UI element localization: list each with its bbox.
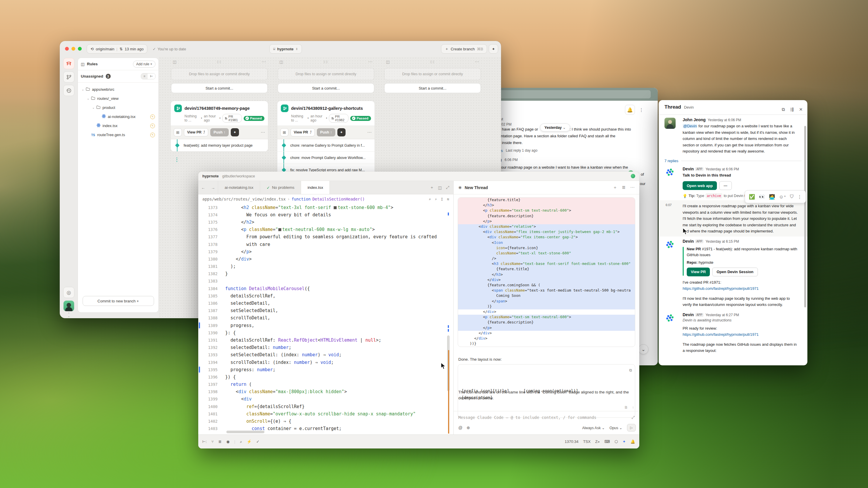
pr-badge[interactable]: PR #1982	[329, 114, 348, 123]
avatar[interactable]	[664, 239, 676, 250]
sender-name[interactable]: Devin	[683, 167, 694, 171]
vim-mode-indicator[interactable]: Z»	[595, 440, 600, 444]
notification-bell-icon[interactable]: 🔔	[630, 440, 635, 444]
terminal-icon[interactable]: ⌨	[604, 440, 610, 444]
tree-item[interactable]: ⌄product	[78, 103, 158, 112]
cursor-icon[interactable]: I	[441, 197, 443, 201]
view-pr-button[interactable]: View PR ⤴	[290, 128, 315, 136]
drop-zone[interactable]: Drop files to assign or commit directly	[171, 68, 268, 80]
kebab-icon[interactable]: ⋮	[639, 107, 644, 113]
lane-menu-icon[interactable]: ⋯	[368, 59, 372, 64]
list-view-icon[interactable]: ≡	[141, 73, 148, 79]
eyes-reaction-icon[interactable]: 👀	[759, 194, 765, 200]
open-web-app-button[interactable]: Open web app	[683, 181, 717, 190]
scroll-up-icon[interactable]: ↑	[632, 405, 634, 410]
session-indicator-icon[interactable]	[631, 174, 635, 178]
ai-commit-icon[interactable]: ✦	[231, 128, 239, 136]
code-line[interactable]: 1400 ref={detailsScrollRef}	[198, 403, 453, 410]
lane-menu-icon[interactable]: ⋯	[261, 59, 266, 64]
breadcrumb[interactable]: apps/web/src/routes/_view/index.tsx› fun…	[198, 194, 453, 204]
diagnostics-check-icon[interactable]: ✓	[256, 440, 259, 444]
bell-icon[interactable]: 🔔	[625, 105, 635, 115]
search-icon[interactable]: ⌕	[240, 440, 242, 444]
tree-view-icon[interactable]: ⊢	[148, 73, 155, 79]
pr-link[interactable]: https://github.com/fastrepl/hyprnote/pul…	[683, 331, 758, 338]
thread-scrollbar[interactable]	[804, 126, 806, 307]
assign-icon[interactable]: ⊞	[280, 128, 288, 136]
lane-collapse-icon[interactable]: ◫	[279, 60, 283, 64]
code-line[interactable]: 1398 <div className="max-[800px]:block h…	[198, 388, 453, 395]
code-line[interactable]: 1390}: {	[198, 329, 453, 336]
commit-row[interactable]: feat(web): add memory layer product page	[171, 139, 268, 151]
new-tab-icon[interactable]: ＋	[430, 185, 434, 190]
code-line[interactable]: 1376 <p className="text-neutral-600 max-…	[198, 226, 453, 233]
wrap-icon[interactable]: ≋	[447, 197, 449, 201]
zoom-button[interactable]	[78, 47, 82, 51]
code-line[interactable]: 1399 <div	[198, 395, 453, 403]
mail-icon[interactable]: ✉	[63, 318, 74, 318]
more-actions-icon[interactable]: ⋮	[797, 194, 802, 200]
ai-actions-button[interactable]: ✦	[489, 44, 498, 54]
code-line[interactable]: 1381 );	[198, 263, 453, 270]
code-line[interactable]: 1389 progress,	[198, 322, 453, 329]
editor-titlebar[interactable]: hyprnote gitbutler/workspace	[198, 171, 639, 181]
message-timestamp[interactable]: Yesterday at 6:06 PM	[708, 118, 741, 122]
thread-message[interactable]: 6:07I'll create a responsive roadmap pag…	[659, 200, 807, 236]
mention-icon[interactable]: @	[458, 425, 462, 430]
code-line[interactable]: 1386 selectedDetail,	[198, 299, 453, 307]
expand-input-icon[interactable]: ⤢	[632, 415, 634, 420]
code-line[interactable]: 1375 </h2>	[198, 218, 453, 226]
assign-icon[interactable]: ⊞	[174, 128, 182, 136]
code-line[interactable]: 1391 detailsScrollRef: React.RefObject<H…	[198, 336, 453, 344]
avatar[interactable]	[664, 118, 676, 129]
minimize-button[interactable]	[71, 47, 75, 51]
thread-list-icon[interactable]: ≣	[622, 185, 625, 190]
tree-item[interactable]: TSrouteTree.gen.ts✎	[78, 130, 158, 139]
outline-icon[interactable]: ≣	[218, 440, 222, 444]
card-menu-icon[interactable]: ⋯	[260, 130, 265, 135]
actions-icon[interactable]: ⚡	[435, 197, 437, 201]
view-pr-button[interactable]: View PR ⤴	[184, 128, 208, 136]
message-timestamp[interactable]: Yesterday at 6:15 PM	[706, 239, 739, 243]
context-icon[interactable]: ⊕	[466, 425, 470, 430]
sender-name[interactable]: Devin	[683, 312, 694, 317]
code-line[interactable]: 1392 selectedDetail: number;	[198, 344, 453, 351]
drop-zone[interactable]: Drop files to assign or commit directly	[384, 68, 481, 80]
markdown-icon[interactable]: 🗎	[624, 405, 628, 410]
diff-block[interactable]: {feature.title} </h3> <p className="text…	[458, 197, 635, 347]
more-icon[interactable]: ⋯	[630, 185, 634, 190]
commit-to-new-branch-button[interactable]: Commit to new branch +	[83, 296, 154, 306]
message-input[interactable]: Message Claude Code — @ to include conte…	[458, 415, 627, 420]
debug-icon[interactable]: ⬡	[615, 440, 618, 444]
mention-link[interactable]: @Devin	[683, 124, 697, 128]
ci-status-badge[interactable]: ✔Passed	[244, 116, 265, 121]
lane-drag-handle[interactable]: ⣿⣿	[430, 60, 435, 63]
permission-mode-select[interactable]: Always Ask ⌄	[582, 426, 605, 430]
target-branch-button[interactable]: ⟲ origin/main | ⇅ 13 min ago	[87, 44, 147, 54]
check-reaction-icon[interactable]: ✅	[749, 194, 755, 200]
code-line[interactable]: 1382}	[198, 270, 453, 278]
add-reaction-icon[interactable]: ☺⁺	[779, 194, 786, 200]
view-pr-button[interactable]: View PR	[687, 267, 710, 276]
commit-row[interactable]: chore: move Prompt Gallery above Workflo…	[277, 151, 375, 164]
code-line[interactable]: 1387 setSelectedDetail,	[198, 307, 453, 315]
technologist-reaction-icon[interactable]: 🧑‍💻	[769, 194, 775, 200]
ci-status-badge[interactable]: ✔Passed	[350, 116, 371, 121]
message-hover-toolbar[interactable]: ✅ 👀 🧑‍💻 ☺⁺ ⛉ ⋮	[745, 190, 806, 203]
lane-drag-handle[interactable]: ⣿⣿	[217, 60, 222, 63]
close-icon[interactable]: ✕	[799, 107, 803, 112]
code-line[interactable]: 1396}) {	[198, 373, 453, 381]
lane-menu-icon[interactable]: ⋯	[475, 59, 479, 64]
filter-icon[interactable]: ⇶	[790, 107, 794, 112]
new-thread-icon[interactable]: ＋	[613, 185, 617, 190]
user-avatar[interactable]	[63, 300, 74, 312]
lane-collapse-icon[interactable]: ◫	[386, 60, 390, 64]
pr-link[interactable]: https://github.com/fastrepl/hyprnote/pul…	[683, 285, 758, 292]
create-branch-button[interactable]: ＋Create branch ⌘B	[441, 44, 487, 54]
expand-icon[interactable]: ⤢	[446, 185, 449, 190]
ai-sparkle-icon[interactable]: ✦	[623, 440, 626, 444]
replies-count[interactable]: 7 replies	[664, 159, 678, 163]
lane-drag-handle[interactable]: ⣿⣿	[323, 60, 328, 63]
project-panel-icon[interactable]: ⊢:	[203, 440, 207, 444]
open-devin-session-button[interactable]: Open Devin Session	[712, 267, 758, 276]
